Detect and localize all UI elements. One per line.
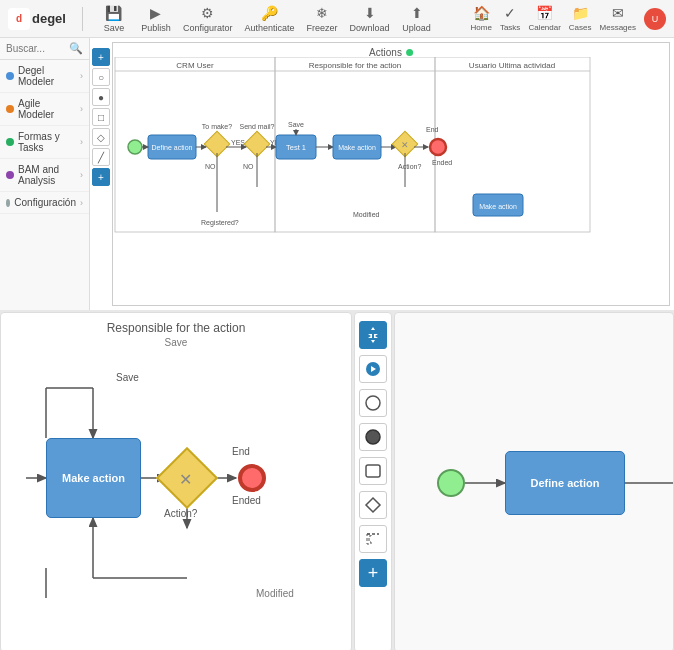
svg-text:Send mail?: Send mail? [239,123,274,130]
main-content: 🔍 Degel Modeler › Agile Modeler › Formas… [0,38,674,310]
sidebar-item-bam-analysis[interactable]: BAM and Analysis › [0,159,89,192]
canvas-rect-btn[interactable]: □ [92,108,110,126]
palette-diamond-btn[interactable] [359,491,387,519]
svg-text:CRM User: CRM User [176,61,214,70]
app-logo[interactable]: d degel [8,8,66,30]
svg-point-7 [128,140,142,154]
svg-text:Responsible for the action: Responsible for the action [309,61,402,70]
palette-circle-filled-btn[interactable] [359,423,387,451]
sidebar-dot-5 [6,199,10,207]
svg-text:Save: Save [288,121,304,128]
canvas-circle-btn[interactable]: ○ [92,68,110,86]
rectangle-icon [364,462,382,480]
bottom-right-panel: Define action [394,312,674,650]
svg-text:Make action: Make action [479,203,517,210]
toolbar-separator-1 [82,7,83,31]
diagram-svg: CRM User Responsible for the action Usua… [113,57,669,305]
bottom-left-save-label: Save [1,337,351,348]
canvas-tools: + ○ ● □ ◇ ╱ + [92,48,110,186]
svg-text:Registered?: Registered? [201,219,239,227]
palette-rectangle-btn[interactable] [359,457,387,485]
action-label: Action? [164,508,197,519]
authenticate-button[interactable]: 🔑 Authenticate [245,5,295,33]
canvas-plus-btn[interactable]: + [92,168,110,186]
move-icon [364,326,382,344]
canvas-area[interactable]: + ○ ● □ ◇ ╱ + Actions [90,38,674,310]
svg-text:To make?: To make? [202,123,232,130]
chevron-right-icon-4: › [80,170,83,180]
svg-text:NO: NO [205,163,216,170]
circle-filled-icon [364,428,382,446]
tasks-icon: ✓ [504,5,516,21]
nav-tasks[interactable]: ✓ Tasks [500,5,520,32]
diagram-container: Actions CRM User Responsible for the act… [112,42,670,306]
bottom-left-title: Responsible for the action [1,321,351,335]
canvas-line-btn[interactable]: ╱ [92,148,110,166]
messages-icon: ✉ [612,5,624,21]
make-action-task[interactable]: Make action [46,438,141,518]
search-icon: 🔍 [69,42,83,55]
sidebar-item-agile-modeler[interactable]: Agile Modeler › [0,93,89,126]
define-action-task[interactable]: Define action [505,451,625,515]
save-button[interactable]: 💾 Save [99,5,129,33]
diamond-icon [364,496,382,514]
logo-icon: d [8,8,30,30]
canvas-add-btn[interactable]: + [92,48,110,66]
avatar[interactable]: U [644,8,666,30]
configurator-button[interactable]: ⚙ Configurator [183,5,233,33]
make-action-gateway[interactable] [156,447,218,509]
download-button[interactable]: ⬇ Download [350,5,390,33]
palette-bracket-btn[interactable] [359,525,387,553]
save-label-top: Save [116,372,139,383]
chevron-right-icon-3: › [80,137,83,147]
end-label: End [232,446,250,457]
svg-text:Action?: Action? [398,163,421,170]
svg-rect-11 [204,131,229,156]
svg-text:NO: NO [243,163,254,170]
cases-icon: 📁 [572,5,589,21]
svg-point-55 [366,396,380,410]
publish-icon: ▶ [150,5,161,21]
svg-point-56 [366,430,380,444]
svg-text:End: End [426,126,439,133]
define-diagram-area: Define action [395,313,673,650]
nav-right: 🏠 Home ✓ Tasks 📅 Calendar 📁 Cases ✉ Mess… [471,5,666,32]
actions-status-dot [406,49,413,56]
palette-move-btn[interactable] [359,321,387,349]
upload-button[interactable]: ⬆ Upload [402,5,432,33]
nav-calendar[interactable]: 📅 Calendar [528,5,560,32]
palette-add-btn[interactable]: + [359,559,387,587]
sidebar-dot-4 [6,171,14,179]
svg-text:Define action: Define action [152,144,193,151]
nav-home[interactable]: 🏠 Home [471,5,492,32]
svg-point-37 [430,139,446,155]
modified-label: Modified [256,588,294,599]
sidebar-item-formas-tasks[interactable]: Formas y Tasks › [0,126,89,159]
sidebar-item-degel-modeler[interactable]: Degel Modeler › [0,60,89,93]
svg-rect-57 [366,465,380,477]
palette-arrow-btn[interactable] [359,355,387,383]
palette-circle-empty-btn[interactable] [359,389,387,417]
svg-text:Ended: Ended [432,159,452,166]
sidebar-item-configuracion[interactable]: Configuración › [0,192,89,214]
search-input[interactable] [6,43,65,54]
svg-text:Usuario Ultima actividad: Usuario Ultima actividad [469,61,555,70]
end-event [238,464,266,492]
authenticate-icon: 🔑 [261,5,278,21]
sidebar-dot-3 [6,138,14,146]
bottom-section: Responsible for the action Save [0,312,674,650]
svg-text:Make action: Make action [338,144,376,151]
logo-text: degel [32,11,66,26]
circle-empty-icon [364,394,382,412]
svg-text:✕: ✕ [401,140,409,150]
nav-cases[interactable]: 📁 Cases [569,5,592,32]
canvas-circle-filled-btn[interactable]: ● [92,88,110,106]
publish-button[interactable]: ▶ Publish [141,5,171,33]
ended-label: Ended [232,495,261,506]
freezer-button[interactable]: ❄ Freezer [307,5,338,33]
freezer-icon: ❄ [316,5,328,21]
nav-messages[interactable]: ✉ Messages [600,5,636,32]
svg-rect-15 [244,131,269,156]
canvas-diamond-btn[interactable]: ◇ [92,128,110,146]
home-icon: 🏠 [473,5,490,21]
